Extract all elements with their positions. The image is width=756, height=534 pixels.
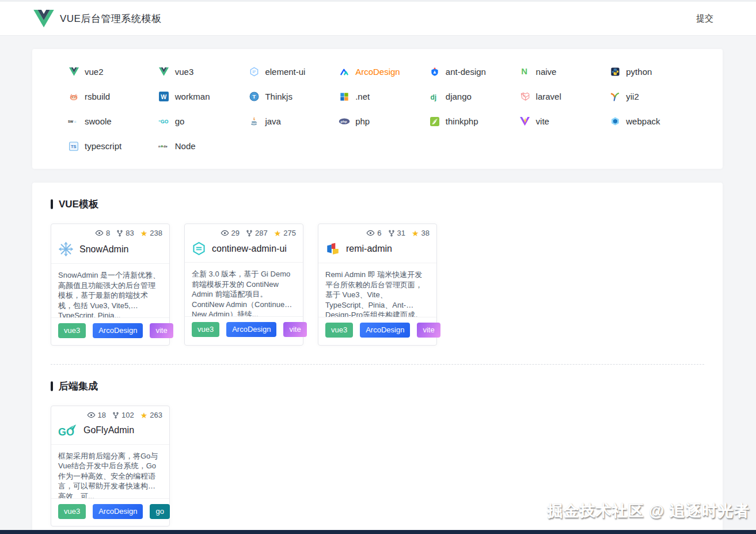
tag-vite[interactable]: vite [417,323,440,338]
card-title-row: SnowAdmin [58,241,162,257]
template-card-remi-admin[interactable]: 6 31 ★ 38 remi-admin [318,224,437,346]
card-title-row: GO GoFlyAdmin [58,423,162,438]
python-icon [609,66,621,78]
filter-item-node[interactable]: nde Node [158,141,249,152]
filter-item-ant-design[interactable]: ant-design [429,66,519,78]
card-row: 8 83 ★ 238 SnowAdmin [51,224,704,346]
filter-item-workman[interactable]: W workman [158,91,249,103]
filter-grid: vue2 vue3 element-ui ArcoDesign ant-desi… [68,59,700,158]
tag-arcodesign[interactable]: ArcoDesign [360,323,410,338]
section-title-text: VUE模板 [59,198,98,211]
filter-item-webpack[interactable]: webpack [609,116,700,127]
template-card-snowadmin[interactable]: 8 83 ★ 238 SnowAdmin [51,224,170,346]
views-stat: 8 [95,229,110,237]
filter-item-python[interactable]: python [609,66,700,78]
java-icon [248,116,260,127]
workman-icon: W [158,91,170,103]
stars-stat: ★ 263 [140,411,162,419]
card-title-row: continew-admin-ui [192,241,296,256]
tag-arcodesign[interactable]: ArcoDesign [93,323,143,338]
card-name: GoFlyAdmin [83,425,134,435]
node-icon: nde [158,141,170,152]
rsbuild-icon [68,91,79,103]
submit-button[interactable]: 提交 [696,13,713,24]
filter-label: django [446,92,472,101]
dotnet-icon [339,91,350,103]
eye-icon [95,229,104,237]
star-icon: ★ [140,229,148,237]
template-card-goflyadmin[interactable]: 18 102 ★ 263 GO GoFlyAdmin [51,406,170,527]
filter-item-vue3[interactable]: vue3 [158,66,249,78]
filter-label: vue3 [175,67,194,77]
header: VUE后台管理系统模板 提交 [0,0,756,36]
filter-label: element-ui [265,67,305,77]
svg-text:TS: TS [71,144,76,149]
filter-label: naive [536,67,557,77]
card-name: continew-admin-ui [212,244,287,254]
star-icon: ★ [140,411,148,419]
filter-item-yii2[interactable]: yii2 [609,91,700,103]
filter-item-vite[interactable]: vite [519,116,610,127]
filter-label: yii2 [626,92,639,101]
title-bar-icon [51,381,53,391]
vue-logo-icon [33,9,55,28]
tag-vite[interactable]: vite [283,322,306,337]
filter-item-php[interactable]: php php [339,116,429,127]
filter-label: java [265,116,281,126]
filter-item-dotnet[interactable]: .net [339,91,429,103]
tag-vue3[interactable]: vue3 [192,322,219,337]
filter-item-swoole[interactable]: SW:: swoole [68,116,158,127]
card-title-row: remi-admin [325,241,430,256]
fork-icon [116,230,123,237]
template-card-continew-admin-ui[interactable]: 29 287 ★ 275 continew-admin-ui [184,224,303,346]
page-title: VUE后台管理系统模板 [60,12,161,25]
tag-go[interactable]: go [150,504,169,519]
filter-label: go [175,116,185,126]
vite-icon [519,116,531,127]
filter-label: vue2 [85,67,104,77]
filter-label: vite [536,116,549,126]
filter-label: ant-design [446,67,486,77]
filter-item-java[interactable]: java [248,116,339,127]
filter-label: Node [175,141,196,151]
filter-item-typescript[interactable]: TS typescript [68,141,158,152]
filter-item-naive[interactable]: N naive [519,66,610,78]
filter-item-arcodesign[interactable]: ArcoDesign [339,66,429,78]
filter-item-django[interactable]: dj django [429,91,519,103]
tag-arcodesign[interactable]: ArcoDesign [226,322,276,337]
card-name: remi-admin [346,244,392,254]
tag-vue3[interactable]: vue3 [58,504,86,519]
svg-text:W: W [161,93,166,100]
card-tags: vue3 ArcoDesign vite [318,317,436,344]
filter-label: thinkphp [446,116,478,126]
filter-item-thinkjs[interactable]: T Thinkjs [248,91,339,103]
svg-text:php: php [341,120,347,123]
svg-text:n: n [158,145,161,148]
fork-icon [388,230,395,237]
filter-item-element-ui[interactable]: element-ui [248,66,339,78]
section-title-vue-templates: VUE模板 [51,198,704,211]
filter-label: Thinkjs [265,92,292,101]
fork-icon [246,230,253,237]
filter-item-vue2[interactable]: vue2 [68,66,158,78]
filter-panel: vue2 vue3 element-ui ArcoDesign ant-desi… [32,49,723,169]
go-icon: GO [158,116,170,127]
filter-item-laravel[interactable]: laravel [519,91,610,103]
tag-vue3[interactable]: vue3 [325,323,353,338]
tag-vite[interactable]: vite [150,323,173,338]
filter-item-go[interactable]: GO go [158,116,249,127]
card-name: SnowAdmin [79,244,128,255]
bottom-bar [0,530,756,534]
card-description: Remi Admin 即 瑞米快速开发平台所依赖的后台管理页面，基于 Vue3、… [318,263,436,317]
tag-vue3[interactable]: vue3 [58,323,86,338]
section-separator [51,364,704,365]
card-stats: 6 31 ★ 38 [325,229,430,237]
filter-item-rsbuild[interactable]: rsbuild [68,91,158,103]
svg-text:N: N [521,67,527,76]
stars-stat: ★ 275 [274,229,296,237]
tag-arcodesign[interactable]: ArcoDesign [93,504,143,519]
svg-text:GO: GO [161,119,169,124]
typescript-icon: TS [68,141,79,152]
filter-item-thinkphp[interactable]: thinkphp [429,116,519,127]
yii2-icon [609,91,621,103]
